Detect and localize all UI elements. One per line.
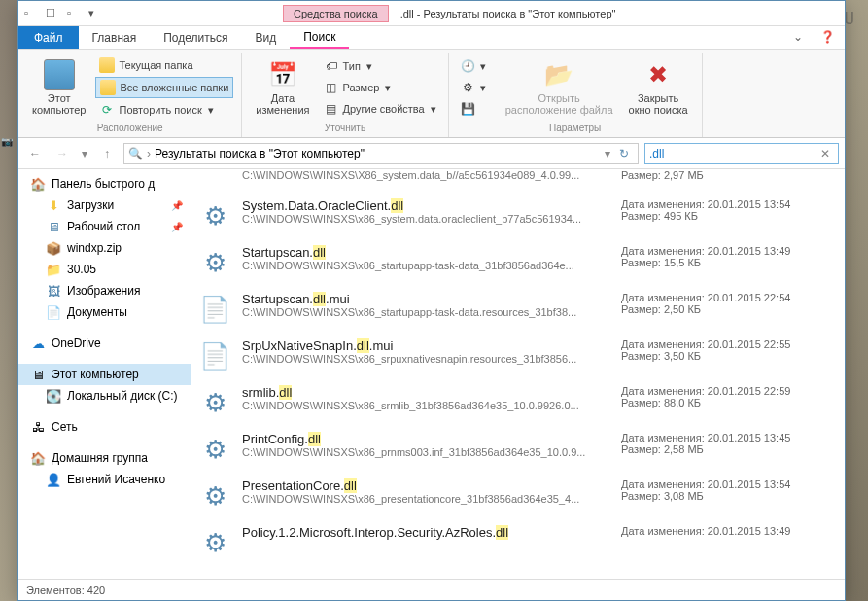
advanced-options-button[interactable]: ⚙▾ [457,78,490,97]
close-search-button[interactable]: ✖ Закрыть окно поиска [623,55,694,120]
qat-newfolder-icon[interactable]: ▫ [67,7,81,20]
address-input[interactable] [155,147,601,160]
pc-icon: 🖥 [30,367,46,382]
sidebar-item[interactable]: ⬇Загрузки📌 [18,194,191,216]
sidebar-item[interactable]: 🖥Рабочий стол📌 [18,216,191,237]
all-subfolders-button[interactable]: Все вложенные папки [95,77,233,98]
gear-icon [197,385,232,420]
result-row[interactable]: PrintConfig.dll C:\WINDOWS\WINSXS\x86_pr… [191,426,845,473]
up-button[interactable]: ↑ [96,143,118,164]
item-icon: ⬇ [46,197,61,213]
sidebar-item[interactable]: 📁30.05 [18,259,191,280]
save-search-button[interactable]: 💾 [457,99,490,119]
size-icon: ◫ [324,80,339,95]
qat-dropdown-icon[interactable]: ▾ [88,7,102,20]
ribbon: Этот компьютер Текущая папка Все вложенн… [18,50,845,138]
back-button[interactable]: ← [24,143,46,164]
sidebar-item[interactable]: 📦windxp.zip [18,237,191,259]
file-path: C:\WINDOWS\WINSXS\x86_prnms003.inf_31bf3… [242,446,611,458]
recent-icon: 🕘 [461,58,476,74]
item-count: 420 [87,584,105,596]
recent-searches-button[interactable]: 🕘▾ [457,56,490,76]
current-folder-button[interactable]: Текущая папка [95,55,233,75]
result-row[interactable]: SrpUxNativeSnapIn.dll.mui C:\WINDOWS\WIN… [191,333,845,379]
file-tab[interactable]: Файл [18,26,79,49]
tab-home[interactable]: Главная [79,26,151,49]
item-icon: 📦 [46,240,61,256]
close-icon: ✖ [642,59,674,90]
file-meta: Дата изменения: 20.01.2015 22:54 Размер:… [621,292,835,327]
file-meta: Дата изменения: 20.01.2015 22:55 Размер:… [621,338,835,373]
open-location-button[interactable]: 📂 Открыть расположение файла [500,55,619,120]
tab-view[interactable]: Вид [241,26,290,49]
file-name: System.Data.OracleClient.dll [242,198,611,213]
ribbon-collapse-icon[interactable]: ⌄ [785,26,811,49]
result-row[interactable]: Startupscan.dll.mui C:\WINDOWS\WINSXS\x8… [191,286,845,333]
date-modified-button[interactable]: 📅 Дата изменения [250,55,315,120]
file-icon [197,169,232,187]
page-icon [197,338,232,373]
item-icon: 🖼 [46,283,61,299]
help-icon[interactable]: ❓ [811,26,845,49]
other-props-button[interactable]: ▤ Другие свойства▾ [320,99,440,119]
desktop-icon[interactable]: 📷 [0,136,14,147]
ribbon-group-refine: 📅 Дата изменения 🏷 Тип▾ ◫ Размер▾ ▤ Друг… [242,53,448,137]
clear-search-icon[interactable]: ✕ [816,147,834,160]
search-input[interactable] [649,147,816,160]
sidebar-network[interactable]: 🖧 Сеть [18,416,191,438]
type-icon: 🏷 [324,58,339,74]
size-button[interactable]: ◫ Размер▾ [320,78,440,97]
result-row[interactable]: PresentationCore.dll C:\WINDOWS\WINSXS\x… [191,473,845,519]
forward-button[interactable]: → [52,143,73,164]
file-meta: Дата изменения: 20.01.2015 13:45 Размер:… [621,432,835,467]
sidebar: 🏠 Панель быстрого д ⬇Загрузки📌🖥Рабочий с… [18,169,191,579]
menubar: Файл Главная Поделиться Вид Поиск ⌄ ❓ [18,26,845,50]
options-icon: ⚙ [461,80,476,95]
file-meta: Дата изменения: 20.01.2015 13:49 Размер:… [621,245,835,280]
file-name: PrintConfig.dll [242,432,611,446]
group-label: Уточнить [250,120,439,137]
calendar-icon: 📅 [267,59,298,90]
type-button[interactable]: 🏷 Тип▾ [320,56,440,76]
sidebar-homegroup[interactable]: 🏠 Домашняя группа [18,447,191,469]
content-area: 🏠 Панель быстрого д ⬇Загрузки📌🖥Рабочий с… [18,169,845,579]
sidebar-quick-access[interactable]: 🏠 Панель быстрого д [18,173,191,194]
sidebar-item[interactable]: 📄Документы [18,301,191,323]
sidebar-onedrive[interactable]: ☁ OneDrive [18,333,191,354]
history-dropdown[interactable]: ▾ [79,143,90,164]
user-icon: 👤 [46,472,61,487]
file-meta: Дата изменения: 20.01.2015 22:59 Размер:… [621,385,835,420]
results-list[interactable]: C:\WINDOWS\WINSXS\X86_system.data_b//a5c… [191,169,845,579]
address-field[interactable]: 🔍 › ▾ ↻ [123,143,639,164]
result-row[interactable]: System.Data.OracleClient.dll C:\WINDOWS\… [191,193,845,239]
refresh-button[interactable]: ↻ [614,147,634,160]
save-icon: 💾 [461,101,476,117]
result-row[interactable]: Policy.1.2.Microsoft.Interop.Security.Az… [191,519,845,566]
qat-properties-icon[interactable]: ☐ [46,7,59,20]
repeat-search-button[interactable]: ⟳ Повторить поиск▾ [95,100,233,120]
search-field[interactable]: ✕ [644,143,839,164]
file-path: C:\WINDOWS\WINSXS\x86_presentationcore_3… [242,493,611,505]
file-path: C:\WINDOWS\WINSXS\x86_srmlib_31bf3856ad3… [242,400,611,411]
gear-icon [197,478,232,513]
monitor-icon [44,59,75,90]
file-name: SrpUxNativeSnapIn.dll.mui [242,338,611,353]
file-name: Startupscan.dll.mui [242,292,611,306]
sidebar-item[interactable]: 🖼Изображения [18,280,191,301]
result-row[interactable]: srmlib.dll C:\WINDOWS\WINSXS\x86_srmlib_… [191,379,845,426]
sidebar-this-pc[interactable]: 🖥 Этот компьютер [18,364,191,385]
file-meta: Дата изменения: 20.01.2015 13:54 Размер:… [621,478,835,513]
file-meta: Дата изменения: 20.01.2015 13:49 [621,525,835,560]
sidebar-local-disk[interactable]: 💽 Локальный диск (C:) [18,385,191,407]
file-path: C:\WINDOWS\WINSXS\x86_srpuxnativesnapin.… [242,353,611,365]
file-path: C:\WINDOWS\WINSXS\x86_system.data.oracle… [242,213,611,225]
ribbon-group-params: 🕘▾ ⚙▾ 💾 📂 Открыть расположение файла ✖ З… [449,53,703,137]
tab-search[interactable]: Поиск [290,26,349,49]
tab-share[interactable]: Поделиться [150,26,241,49]
result-row[interactable]: C:\WINDOWS\WINSXS\X86_system.data_b//a5c… [191,169,845,193]
this-pc-button[interactable]: Этот компьютер [26,55,91,120]
item-icon: 📄 [46,304,61,320]
sidebar-user[interactable]: 👤 Евгений Исаченко [18,469,191,490]
result-row[interactable]: Startupscan.dll C:\WINDOWS\WINSXS\x86_st… [191,239,845,286]
item-icon: 🖥 [46,219,61,234]
